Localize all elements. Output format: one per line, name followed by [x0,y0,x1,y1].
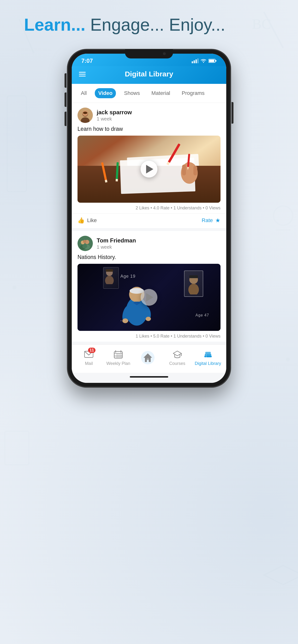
post-description-1: Learn how to draw [72,126,226,136]
nav-item-mail[interactable]: 11 Mail [77,349,101,366]
video-actions-1: 👍 Like Rate ★ [72,214,226,228]
home-indicator [72,373,226,383]
app-header: Digital Library [72,66,226,84]
tab-shows[interactable]: Shows [121,88,143,98]
nav-item-weekly-plan[interactable]: Weekly Plan [106,349,130,366]
svg-point-61 [147,358,149,360]
nav-label-digital-library: Digital Library [195,361,221,366]
tagline-blue: Learn... [24,15,85,34]
svg-line-0 [264,12,283,48]
tagline-rest: Engage... Enjoy... [85,15,225,34]
hamburger-line-1 [79,72,86,72]
svg-rect-64 [204,356,211,358]
age-label-47: Age 47 [196,313,209,318]
digital-library-icon [203,350,213,359]
svg-point-21 [83,112,87,114]
nav-item-home[interactable] [136,350,160,365]
hand-svg [173,149,206,187]
notch [125,49,173,58]
nav-item-courses[interactable]: Courses [165,349,189,366]
svg-point-39 [188,284,199,294]
tab-programs[interactable]: Programs [178,88,208,98]
svg-rect-25 [193,166,197,176]
battery-icon [209,59,217,63]
weekly-plan-icon-container [113,349,123,360]
svg-point-8 [286,358,290,361]
nav-label-weekly-plan: Weekly Plan [106,361,130,366]
svg-rect-24 [182,164,186,176]
svg-point-7 [13,286,16,290]
svg-rect-65 [205,354,211,356]
svg-point-36 [105,276,114,284]
rate-button-1[interactable]: Rate ★ [202,217,221,224]
svg-point-34 [82,244,87,248]
svg-marker-9 [264,566,298,584]
portrait-face-young [103,268,115,284]
play-button-2[interactable] [140,289,158,306]
avatar-jack-img [77,108,93,123]
like-label-1: Like [87,217,97,224]
svg-rect-13 [198,58,198,63]
svg-point-5 [273,206,293,225]
phone-shell: 7:07 [67,49,231,387]
camera [163,52,166,55]
status-icons [192,58,217,63]
tagline: Learn... Engage... Enjoy... [5,14,225,35]
svg-rect-40 [189,275,198,278]
home-bar [130,376,168,378]
post-header-2: Tom Friedman 1 week [72,231,226,254]
hamburger-line-3 [79,76,86,76]
wifi-icon [200,58,207,63]
play-icon-1 [146,165,153,174]
poster-name-1: jack sparrow [97,109,221,116]
weekly-plan-icon [114,350,123,359]
status-time: 7:07 [81,58,93,64]
post-header-1: jack sparrow 1 week [72,103,226,126]
portrait-bg [103,267,119,289]
tab-video[interactable]: Video [95,88,116,98]
post-card-2: Tom Friedman 1 week Nations History. [72,231,226,342]
tab-material[interactable]: Material [148,88,174,98]
nav-label-mail: Mail [85,361,93,366]
svg-point-48 [146,317,151,321]
home-icon-container [140,350,155,365]
svg-rect-12 [196,60,197,63]
post-time-2: 1 week [97,244,221,250]
phone-screen: 7:07 [72,54,226,383]
nav-label-courses: Courses [169,361,185,366]
svg-rect-10 [192,61,193,63]
lecture-overlay-text: • • • [120,319,129,323]
poster-name-2: Tom Friedman [97,237,221,244]
play-button-1[interactable] [140,161,158,178]
avatar-jack [77,108,93,123]
star-icon-1: ★ [215,217,221,224]
svg-rect-37 [106,269,113,272]
like-icon-1: 👍 [77,217,85,224]
tab-all[interactable]: All [77,88,90,98]
portrait-face-old [186,273,201,294]
portrait-fg [184,270,203,297]
video-thumb-2[interactable]: Age 19 Age 47 [77,264,221,331]
avatar-tom-img [77,236,93,251]
page-wrapper: BC Learn... Engage... Enjoy... 7:07 [0,0,298,644]
svg-rect-3 [5,431,29,465]
hamburger-menu[interactable] [79,72,86,76]
video-thumb-1[interactable] [77,136,221,203]
hamburger-line-2 [79,74,86,74]
post-time-1: 1 week [97,116,221,122]
home-icon [141,351,155,364]
like-button-1[interactable]: 👍 Like [77,217,97,224]
post-description-2: Nations History. [72,254,226,264]
svg-point-33 [83,240,86,243]
svg-rect-11 [194,60,195,63]
mail-badge: 11 [88,348,96,353]
post-card-1: jack sparrow 1 week Learn how to draw [72,103,226,228]
filter-tabs: All Video Shows Material Programs [72,84,226,103]
courses-icon [173,350,182,359]
app-title: Digital Library [125,70,173,78]
svg-rect-16 [215,60,216,62]
nav-item-digital-library[interactable]: Digital Library [195,349,221,366]
bottom-nav: 11 Mail [72,344,226,373]
svg-rect-1 [7,96,26,192]
courses-icon-container [172,349,183,360]
